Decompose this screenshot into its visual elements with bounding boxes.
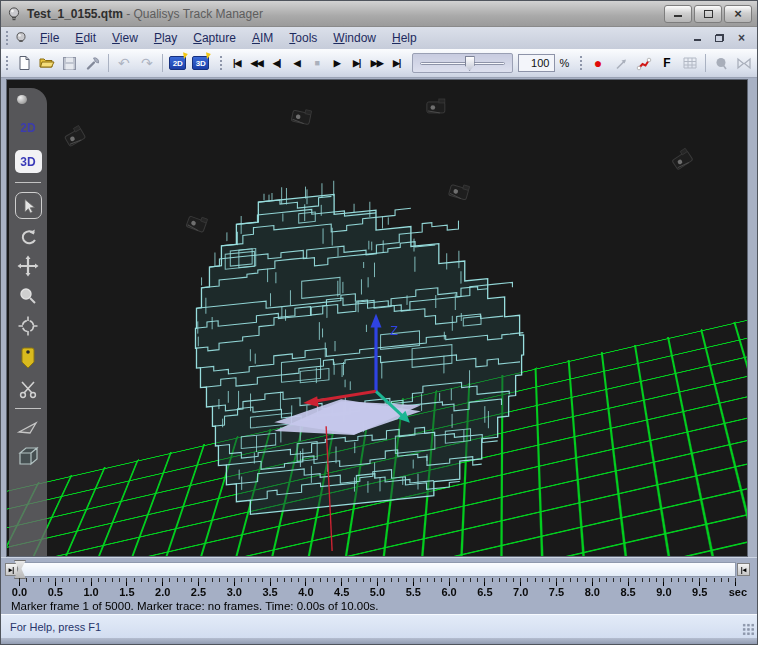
- speed-value-field[interactable]: 100: [518, 54, 555, 72]
- label-tool-button[interactable]: [19, 346, 37, 370]
- open-2d-view-button[interactable]: 2D: [167, 52, 189, 74]
- resize-grip[interactable]: [742, 623, 755, 636]
- open-file-button[interactable]: [36, 52, 58, 74]
- rotate-tool-button[interactable]: [18, 228, 38, 246]
- translate-tool-button[interactable]: [17, 255, 39, 277]
- wrench-icon: [85, 55, 101, 71]
- tick-label: 3.0: [227, 586, 242, 598]
- project-options-button[interactable]: [82, 52, 104, 74]
- open-3d-view-button[interactable]: 3D: [190, 52, 212, 74]
- bowtie-icon: [736, 57, 752, 70]
- tick-label: 9.0: [656, 586, 671, 598]
- timeline-ruler: [19, 578, 737, 586]
- menu-capture[interactable]: Capture: [185, 29, 244, 47]
- menu-play[interactable]: Play: [146, 29, 185, 47]
- percent-label: %: [559, 57, 569, 69]
- menu-window[interactable]: Window: [325, 29, 384, 47]
- divider: [15, 182, 41, 183]
- mdi-close-button[interactable]: ×: [731, 30, 752, 46]
- mdi-minimize-button[interactable]: [687, 30, 708, 46]
- viewport-row: Z 2D 3D: [1, 78, 757, 557]
- measure-tool-button[interactable]: [16, 418, 40, 436]
- mode-3d-button[interactable]: 3D: [15, 150, 42, 173]
- select-tool-button[interactable]: [15, 192, 42, 219]
- zoom-tool-button[interactable]: [18, 286, 38, 306]
- tick-label: 7.5: [549, 586, 564, 598]
- goto-end-button[interactable]: ▶|: [387, 52, 407, 74]
- tick-label: 4.0: [298, 586, 313, 598]
- force-plate-button[interactable]: F: [656, 52, 678, 74]
- range-end-button[interactable]: |◂: [737, 563, 750, 576]
- move-icon: [17, 255, 39, 277]
- tick-label: 0.0: [12, 586, 27, 598]
- stop-button[interactable]: ■: [307, 52, 327, 74]
- menu-aim[interactable]: AIM: [244, 29, 281, 47]
- gap-fill-button[interactable]: [733, 52, 755, 74]
- tick-label: 6.5: [477, 586, 492, 598]
- slider-track[interactable]: [420, 62, 505, 65]
- view-toolbar: 2D 3D: [9, 88, 47, 556]
- slider-thumb[interactable]: [465, 56, 475, 71]
- separator: [108, 54, 109, 72]
- range-start-button[interactable]: ▸|: [5, 563, 18, 576]
- pin-icon[interactable]: [17, 95, 27, 104]
- cut-tool-button[interactable]: [18, 379, 38, 399]
- separator: [162, 54, 163, 72]
- scene-svg[interactable]: Z: [7, 80, 747, 556]
- menu-view[interactable]: View: [104, 29, 146, 47]
- center-tool-button[interactable]: [17, 315, 39, 337]
- toolbar-grip[interactable]: [5, 30, 10, 46]
- close-icon: ×: [734, 6, 742, 21]
- toolbar: ↶ ↷ 2D 3D |◀◀◀◀|◀■▶▶|▶▶▶| 100 % ●: [1, 49, 757, 78]
- undo-button[interactable]: ↶: [113, 52, 135, 74]
- menu-help[interactable]: Help: [384, 29, 425, 47]
- step-back-button[interactable]: ◀|: [267, 52, 287, 74]
- document-icon: [14, 31, 28, 45]
- toolbar-grip[interactable]: [579, 55, 584, 71]
- tick-label: 5.0: [370, 586, 385, 598]
- new-file-icon: [16, 55, 32, 71]
- 3d-view-icon: 3D: [192, 56, 209, 70]
- new-file-button[interactable]: [13, 52, 35, 74]
- toolbar-grip[interactable]: [219, 55, 224, 71]
- tick-label: 2.5: [191, 586, 206, 598]
- 3d-viewport[interactable]: Z 2D 3D: [6, 79, 748, 557]
- goto-start-button[interactable]: |◀: [227, 52, 247, 74]
- app-icon: [6, 6, 22, 22]
- pointer-tool-button[interactable]: [610, 52, 632, 74]
- tick-label: 9.5: [692, 586, 707, 598]
- save-icon: [62, 56, 77, 71]
- menu-tools[interactable]: Tools: [281, 29, 325, 47]
- maximize-icon: [704, 10, 713, 18]
- volume-tool-button[interactable]: [16, 445, 40, 467]
- close-button[interactable]: ×: [724, 5, 752, 23]
- camera-model: [427, 99, 445, 113]
- angle-icon: [16, 418, 40, 436]
- fast-rewind-button[interactable]: ◀◀: [247, 52, 267, 74]
- step-forward-button[interactable]: ▶|: [347, 52, 367, 74]
- mdi-restore-button[interactable]: [709, 30, 730, 46]
- minimize-button[interactable]: [664, 5, 692, 23]
- menu-edit[interactable]: Edit: [67, 29, 104, 47]
- trajectory-tool-button[interactable]: [633, 52, 655, 74]
- mode-2d-button[interactable]: 2D: [20, 121, 35, 135]
- play-reverse-button[interactable]: ◀: [287, 52, 307, 74]
- timeline-track[interactable]: [19, 562, 736, 577]
- fast-forward-button[interactable]: ▶▶: [367, 52, 387, 74]
- capture-button[interactable]: ●: [587, 52, 609, 74]
- marker-sphere-icon: [714, 56, 729, 71]
- save-button[interactable]: [59, 52, 81, 74]
- timeline-panel: ▸| |◂ 0.00.51.01.52.02.53.03.54.04.55.05…: [1, 557, 757, 614]
- maximize-button[interactable]: [694, 5, 722, 23]
- help-text: For Help, press F1: [10, 621, 101, 633]
- play-button[interactable]: ▶: [327, 52, 347, 74]
- redo-button[interactable]: ↷: [136, 52, 158, 74]
- playback-speed-slider[interactable]: [412, 53, 513, 73]
- toolbar-grip[interactable]: [5, 55, 10, 71]
- magnifier-icon: [18, 286, 38, 306]
- menubar: FileEditViewPlayCaptureAIMToolsWindowHel…: [1, 27, 757, 49]
- window-bottom-border: [1, 638, 757, 644]
- marker-sphere-button[interactable]: [710, 52, 732, 74]
- menu-file[interactable]: File: [32, 29, 67, 47]
- grid-tool-button[interactable]: [679, 52, 701, 74]
